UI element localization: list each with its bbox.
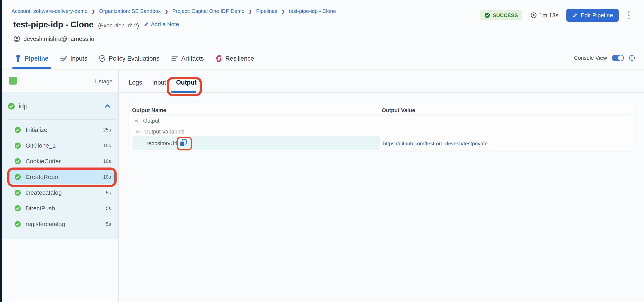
step-duration: 25s [103,127,111,133]
console-view-toggle[interactable] [612,55,624,61]
success-check-icon [8,102,15,110]
step-name: CreateRepo [26,174,103,180]
variable-name-repositoryurl: repositoryUrl [146,140,177,146]
triggered-by: devesh.mishra@harness.io [14,36,94,42]
success-check-icon [14,205,21,212]
step-row-registercatalog[interactable]: registercatalog 5s [2,216,118,232]
tab-logs[interactable]: Logs [129,79,142,86]
more-options-button[interactable] [627,10,631,21]
execution-id-label: (Execution Id: 2) [98,22,139,29]
chevron-up-icon [134,119,139,123]
info-icon[interactable] [629,55,635,61]
tab-resilience-label: Resilience [225,55,254,62]
step-duration: 5s [106,190,111,196]
add-note-label: Add a Note [151,21,179,28]
tree-group-output-variables[interactable]: Output Variables [135,129,184,135]
step-name: registercatalog [26,221,106,228]
tab-output[interactable]: Output [176,79,196,86]
active-tab-indicator [171,91,196,93]
shield-check-icon [99,55,106,62]
tab-pipeline[interactable]: Pipeline [15,55,48,62]
breadcrumb-project[interactable]: Project: Capital One IDP Demo [172,8,244,14]
breadcrumb-separator-icon: ❯ [165,9,168,14]
tab-inputs[interactable]: Inputs [60,55,87,62]
step-row-createcatalog[interactable]: createcatalog 5s [2,185,118,201]
tree-group-output[interactable]: Output [134,118,160,124]
active-tab-indicator [12,67,51,69]
tab-input[interactable]: Input [152,79,166,86]
step-details-tab-bar: Logs Input Output [119,69,644,93]
execution-title-row: test-pipe-idp - Clone (Execution Id: 2) … [13,20,179,29]
success-check-icon [14,158,21,165]
breadcrumb-pipelines[interactable]: Pipelines [256,8,278,14]
tree-group-label: Output [143,118,160,124]
execution-tab-bar: Pipeline Inputs Policy Evaluations Artif… [15,52,254,65]
copy-value-button[interactable] [179,138,188,147]
divider [9,33,9,46]
tab-policy-evaluations-label: Policy Evaluations [109,55,160,62]
success-check-icon [484,12,490,18]
breadcrumb-execution[interactable]: test-pipe-idp - Clone [289,8,336,14]
stage-name-label: idp [19,102,104,110]
duration-value: 1m 13s [539,12,558,19]
success-check-icon [14,221,21,228]
stage-sidebar: 1 stage idp Initialize 25s GitClone_1 [2,69,118,302]
chevron-up-icon[interactable] [104,103,111,109]
step-details-panel: Logs Input Output Output Name Output Val… [119,69,644,302]
user-email: devesh.mishra@harness.io [24,36,94,42]
status-badge: SUCCESS [480,10,522,20]
step-name: createcatalog [26,189,106,196]
breadcrumb-account[interactable]: Account: software-delivery-demo [12,8,88,14]
step-row-directpush[interactable]: DirectPush 5s [2,201,118,216]
stage-count-label: 1 stage [94,78,112,85]
success-check-icon [14,126,21,133]
step-name: GitClone_1 [26,142,103,149]
resilience-chaos-icon [216,55,222,62]
breadcrumb-organization[interactable]: Organization: SE Sandbox [99,8,160,14]
edit-pipeline-button[interactable]: Edit Pipeline [566,9,619,22]
tab-inputs-label: Inputs [70,55,87,62]
tab-resilience[interactable]: Resilience [216,55,254,62]
clock-icon [530,12,537,19]
step-duration: 5s [106,221,111,227]
tab-artifacts[interactable]: Artifacts [171,55,204,62]
console-view-label: Console View [574,55,607,61]
step-row-gitclone[interactable]: GitClone_1 10s [2,138,118,154]
edit-pipeline-label: Edit Pipeline [581,12,613,19]
left-nav-rail [0,0,2,302]
success-check-icon [14,174,21,180]
execution-duration: 1m 13s [530,12,558,19]
step-name: CookieCutter [26,158,103,165]
breadcrumb-separator-icon: ❯ [249,9,252,14]
step-duration: 10s [103,174,111,180]
add-note-button[interactable]: Add a Note [144,21,179,28]
step-row-initialize[interactable]: Initialize 25s [2,122,118,138]
stage-summary-bar: 1 stage [2,69,118,92]
variable-value-link[interactable]: https://github.com/test-org-devesh/testp… [383,140,488,147]
column-header-output-name: Output Name [132,107,166,113]
step-duration: 10s [103,143,111,148]
user-avatar-icon [14,36,20,42]
tab-policy-evaluations[interactable]: Policy Evaluations [99,55,160,62]
tab-artifacts-label: Artifacts [181,55,204,62]
pencil-icon [144,22,149,27]
toggle-knob [618,55,623,61]
chevron-up-icon [135,130,140,133]
pipeline-icon [15,55,22,62]
tab-pipeline-label: Pipeline [24,55,48,62]
output-table-card: Output Name Output Value Output Output V… [128,103,634,151]
step-row-createrepo[interactable]: CreateRepo 10s [2,169,118,185]
success-check-icon [14,142,21,149]
step-duration: 5s [106,206,111,211]
step-row-cookiecutter[interactable]: CookieCutter 10s [2,154,118,169]
tree-group-label: Output Variables [144,129,184,135]
header-actions: SUCCESS 1m 13s Edit Pipeline [480,9,631,22]
inputs-icon [60,55,67,62]
breadcrumb-separator-icon: ❯ [282,9,285,14]
page-title: test-pipe-idp - Clone [13,20,94,29]
stage-status-square-icon[interactable] [9,77,17,85]
console-view-control: Console View [574,55,635,61]
success-check-icon [14,189,21,196]
execution-header: Account: software-delivery-demo ❯ Organi… [2,0,644,69]
stage-header-idp[interactable]: idp [2,92,118,120]
